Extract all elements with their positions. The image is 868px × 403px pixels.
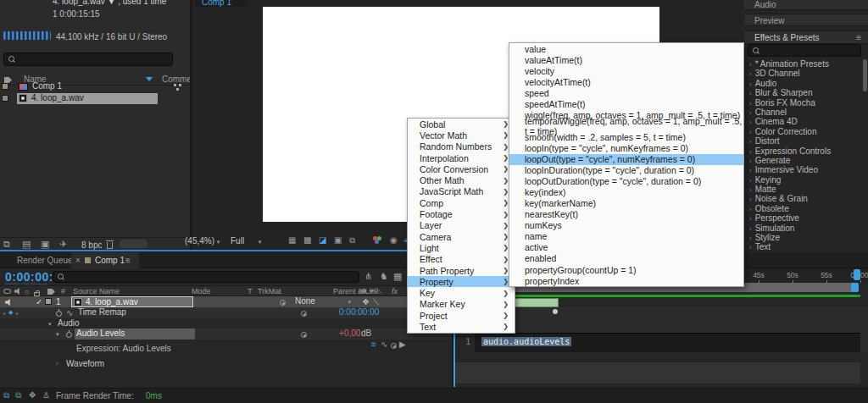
effects-category-row[interactable]: ›3D Channel (744, 69, 863, 78)
close-icon[interactable]: × (75, 256, 81, 265)
submenu-item[interactable]: active (509, 242, 743, 253)
interpret-footage-icon[interactable]: ⧉ (3, 239, 10, 250)
menu-item[interactable]: Property❯ (408, 276, 515, 287)
chevron-right-icon[interactable]: › (749, 196, 752, 203)
effects-search-input[interactable] (748, 44, 861, 57)
mini-flowchart-icon[interactable]: ⋔ (364, 271, 372, 282)
brainstorm-icon[interactable]: ♙ (42, 390, 50, 400)
audio-panel-header[interactable]: Audio (744, 0, 868, 10)
expression-editor[interactable]: 1 audio.audioLevels (454, 333, 860, 352)
bit-depth-button[interactable]: 8 bpc (81, 240, 102, 250)
trkmat-column-header[interactable]: TrkMat (258, 287, 281, 295)
effects-category-row[interactable]: ›Channel (744, 108, 863, 117)
chevron-right-icon[interactable]: › (749, 235, 752, 242)
comp-viewer-tab-label[interactable]: Comp 1 (202, 0, 231, 7)
expression-language-menu-icon[interactable]: ▶ (399, 340, 406, 349)
menu-item[interactable]: Effect❯ (408, 254, 515, 265)
shy-toggle-icon[interactable]: ♞ (380, 271, 388, 282)
audio-group-label[interactable]: Audio (58, 318, 80, 328)
submenu-item[interactable]: nearestKey(t) (509, 209, 743, 220)
menu-item[interactable]: Path Property❯ (408, 265, 515, 276)
continuously-rasterize-icon[interactable]: ⟍ (373, 297, 379, 307)
menu-item[interactable]: Camera❯ (408, 231, 515, 242)
effects-category-row[interactable]: ›Generate (744, 156, 863, 165)
effects-category-row[interactable]: ›Noise & Grain (744, 194, 863, 203)
effects-scrollbar-thumb[interactable] (863, 59, 867, 91)
submenu-item[interactable]: loopInDuration(type = "cycle", duration … (509, 165, 743, 176)
layer-name-box[interactable]: 4. loop_a.wav (71, 296, 193, 307)
chevron-right-icon[interactable]: › (56, 361, 58, 367)
effects-category-row[interactable]: ›Distort (744, 136, 863, 146)
expression-graph-icon[interactable]: ∿ (381, 340, 387, 349)
menu-item[interactable]: JavaScript Math❯ (408, 186, 515, 197)
chevron-right-icon[interactable]: › (749, 138, 752, 146)
effects-category-row[interactable]: ›Blur & Sharpen (744, 88, 863, 97)
preview-panel-header[interactable]: Preview (744, 14, 868, 26)
audio-levels-selected-box[interactable]: Audio Levels (75, 328, 195, 340)
footage-item-label[interactable]: 4. loop_a.wav (31, 93, 84, 102)
effects-category-row[interactable]: ›Cinema 4D (744, 117, 863, 126)
submenu-item[interactable]: loopOut(type = "cycle", numKeyframes = 0… (509, 154, 743, 165)
menu-item[interactable]: Marker Key❯ (408, 299, 515, 310)
chevron-right-icon[interactable]: › (749, 61, 752, 69)
submenu-item[interactable]: valueAtTime(t) (509, 54, 743, 65)
chevron-right-icon[interactable]: › (749, 244, 752, 251)
menu-item[interactable]: Layer❯ (408, 220, 515, 231)
new-folder-icon[interactable]: ▤ (22, 239, 31, 250)
expression-enabled-icon[interactable]: ≡ (371, 340, 376, 349)
menu-item[interactable]: Key❯ (408, 287, 515, 298)
magnification-dropdown[interactable]: (45,4%) ▾ (185, 236, 220, 246)
chevron-right-icon[interactable]: › (749, 177, 752, 185)
audio-group-row[interactable]: ▾ Audio (0, 318, 452, 328)
waveform-label[interactable]: Waveform (66, 359, 104, 368)
effects-category-row[interactable]: ›Color Correction (744, 127, 863, 136)
layer-selected-check-icon[interactable]: ✓ (36, 297, 42, 306)
shy-switch-icon[interactable]: ❖ (362, 297, 370, 306)
transparency-grid-icon[interactable]: ▩ (303, 235, 311, 245)
frame-blending-icon[interactable]: ⧉ (3, 390, 9, 400)
effects-presets-header[interactable]: Effects & Presets ≡ (744, 30, 868, 44)
new-composition-icon[interactable]: ▣ (41, 239, 49, 250)
effects-category-row[interactable]: ›Boris FX Mocha (744, 98, 863, 108)
effects-category-row[interactable]: ›Immersive Video (744, 165, 863, 174)
menu-item[interactable]: Light❯ (408, 242, 515, 253)
keyframe-dot[interactable] (553, 309, 558, 314)
effects-category-row[interactable]: ›Keying (744, 175, 863, 185)
chevron-right-icon[interactable]: › (749, 186, 752, 194)
panel-menu-icon[interactable]: ≡ (856, 33, 861, 43)
chevron-right-icon[interactable]: › (749, 119, 752, 126)
submenu-item[interactable]: velocityAtTime(t) (509, 76, 743, 87)
submenu-item[interactable]: propertyGroup(countUp = 1) (509, 264, 743, 275)
keyframe-prev-icon[interactable]: ◂ (3, 310, 5, 316)
project-item-footage[interactable]: 4. loop_a.wav (0, 93, 192, 105)
channel-rgb-icon[interactable] (373, 236, 383, 245)
waveform-row[interactable]: › Waveform (0, 359, 452, 369)
menu-item[interactable]: Vector Math❯ (408, 130, 515, 141)
audio-levels-row[interactable]: ▾ Audio Levels +0,00 dB (0, 328, 452, 340)
property-pickwhip-icon[interactable] (301, 332, 307, 338)
effects-category-row[interactable]: ›Audio (744, 79, 863, 88)
menu-item[interactable]: Interpolation❯ (408, 152, 515, 163)
work-area-end-handle[interactable] (851, 283, 859, 292)
submenu-item[interactable]: loopIn(type = "cycle", numKeyframes = 0) (509, 142, 743, 153)
comp-tab-label[interactable]: Comp 1 (95, 256, 125, 265)
effects-category-row[interactable]: ›Perspective (744, 213, 863, 223)
effects-category-row[interactable]: ›Matte (744, 185, 863, 194)
submenu-item[interactable]: speedAtTime(t) (509, 98, 743, 109)
footage-item-selected-row[interactable]: 4. loop_a.wav (17, 93, 158, 104)
submenu-item[interactable]: speed (509, 87, 743, 98)
menu-item[interactable]: Footage❯ (408, 208, 515, 219)
menu-item[interactable]: Color Conversion❯ (408, 163, 515, 174)
motion-blur-icon[interactable]: ⧉ (15, 390, 21, 400)
timeline-search-input[interactable] (53, 271, 359, 283)
submenu-item[interactable]: name (509, 231, 743, 242)
graph-editor-icon[interactable]: ▦ (393, 271, 402, 282)
chevron-right-icon[interactable]: › (749, 215, 752, 223)
project-item-comp[interactable]: Comp 1 (0, 81, 192, 92)
submenu-item[interactable]: value (509, 43, 743, 54)
effects-category-row[interactable]: ›Obsolete (744, 204, 863, 213)
menu-item[interactable]: Global❯ (408, 119, 515, 130)
parent-pickwhip-icon[interactable] (280, 300, 286, 306)
flowchart-icon[interactable] (174, 84, 176, 86)
tab-menu-icon[interactable]: ≡ (125, 256, 131, 265)
